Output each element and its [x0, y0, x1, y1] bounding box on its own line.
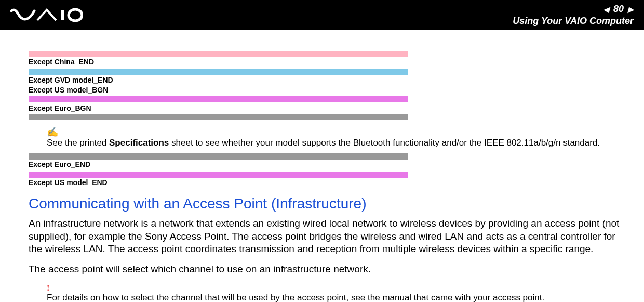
bar-magenta — [29, 96, 408, 102]
tag-label: Except China_END — [29, 57, 408, 68]
vaio-logo — [10, 8, 83, 22]
note-suffix: sheet to see whether your model supports… — [169, 138, 600, 148]
svg-rect-0 — [61, 10, 64, 20]
tag-label: Except US model_END — [29, 178, 408, 188]
tag-except-gvd-end: Except GVD model_END — [29, 69, 408, 86]
tag-label: Except US model_BGN — [29, 85, 408, 96]
warning-block: ! For details on how to select the chann… — [47, 283, 623, 302]
page-header: ◀ 80 ▶ Using Your VAIO Computer — [0, 0, 644, 30]
body-para-2: The access point will select which chann… — [29, 263, 623, 276]
next-arrow-icon[interactable]: ▶ — [628, 5, 634, 14]
page-number: 80 — [613, 4, 624, 15]
tag-except-euro-bgn: Except Euro_BGN — [29, 103, 408, 120]
section-heading: Communicating with an Access Point (Infr… — [29, 195, 623, 212]
page-content: Except China_END Except GVD model_END Ex… — [0, 30, 644, 302]
tag-label: Except Euro_BGN — [29, 103, 408, 114]
tag-except-china-end: Except China_END — [29, 51, 408, 68]
tag-label: Except GVD model_END — [29, 75, 408, 86]
pencil-icon: ✍ — [47, 126, 623, 138]
bar-skyblue — [29, 69, 408, 75]
header-subtitle: Using Your VAIO Computer — [513, 16, 634, 27]
note-bold: Specifications — [109, 138, 169, 148]
bar-magenta — [29, 172, 408, 178]
tag-label: Except Euro_END — [29, 160, 408, 170]
tag-except-us-bgn: Except US model_BGN — [29, 85, 408, 102]
prev-arrow-icon[interactable]: ◀ — [603, 5, 609, 14]
note-text: See the printed Specifications sheet to … — [47, 138, 623, 148]
bar-pink — [29, 51, 408, 57]
tag-except-us-end: Except US model_END — [29, 172, 408, 188]
bar-gray — [29, 153, 408, 160]
note-block: ✍ See the printed Specifications sheet t… — [47, 126, 623, 148]
body-para-1: An infrastructure network is a network t… — [29, 217, 623, 256]
warning-text: For details on how to select the channel… — [47, 293, 623, 302]
bar-gray — [29, 114, 408, 120]
exclamation-icon: ! — [47, 283, 623, 293]
tag-except-euro-end: Except Euro_END — [29, 153, 408, 170]
header-right: ◀ 80 ▶ Using Your VAIO Computer — [513, 4, 634, 27]
page-nav: ◀ 80 ▶ — [513, 4, 634, 15]
svg-point-1 — [69, 9, 82, 21]
note-prefix: See the printed — [47, 138, 109, 148]
